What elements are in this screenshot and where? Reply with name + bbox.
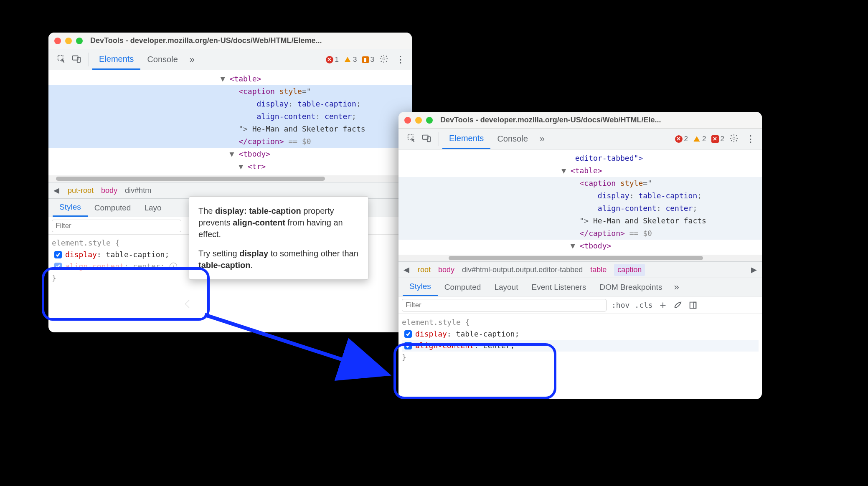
paint-brush-icon[interactable]: [673, 300, 683, 310]
crumb-item[interactable]: body: [438, 266, 454, 274]
devtools-window-right: DevTools - developer.mozilla.org/en-US/d…: [398, 112, 762, 399]
crumb-item[interactable]: div#html-output.output.editor-tabbed: [462, 266, 583, 274]
style-selector: element.style {: [402, 316, 759, 328]
tab-event-listeners[interactable]: Event Listeners: [525, 278, 593, 296]
separator: [439, 132, 439, 146]
inspect-tools: [53, 49, 85, 70]
hov-toggle[interactable]: :hov: [612, 301, 629, 309]
tab-styles[interactable]: Styles: [403, 278, 438, 296]
horizontal-scrollbar[interactable]: [48, 175, 412, 182]
tab-console[interactable]: Console: [140, 49, 184, 70]
warning-icon: [693, 135, 700, 143]
crumb-item[interactable]: table: [590, 266, 607, 274]
tab-console[interactable]: Console: [490, 129, 534, 149]
styles-filter-input[interactable]: [52, 220, 181, 232]
crumb-back-icon[interactable]: ◀: [53, 186, 60, 195]
warning-count[interactable]: 3: [344, 56, 357, 64]
crumb-item[interactable]: div#htm: [125, 186, 151, 195]
svg-rect-8: [690, 302, 696, 308]
checkbox-icon[interactable]: [54, 251, 62, 258]
settings-icon[interactable]: [729, 134, 739, 144]
main-tab-bar: Elements Console » ✕ 1 3 ▮ 3 ⋮: [48, 49, 412, 70]
inspect-tools: [403, 129, 435, 149]
devtools-window-left: DevTools - developer.mozilla.org/en-US/d…: [48, 33, 412, 332]
settings-icon[interactable]: [379, 54, 388, 65]
style-property-display[interactable]: display: table-caption;: [402, 328, 759, 340]
tooltip-text: The display: table-caption property prev…: [198, 205, 359, 240]
style-brace: }: [402, 352, 759, 363]
traffic-lights: [54, 38, 83, 44]
crumb-item[interactable]: body: [101, 186, 117, 195]
tab-elements[interactable]: Elements: [92, 49, 140, 70]
warning-icon: [344, 56, 351, 63]
crumb-forward-icon[interactable]: ▶: [750, 265, 758, 274]
device-toggle-icon[interactable]: [72, 54, 81, 65]
warning-count[interactable]: 2: [693, 135, 706, 143]
tab-computed[interactable]: Computed: [438, 278, 488, 296]
error-icon: ✕: [326, 56, 333, 63]
more-tabs-icon[interactable]: »: [185, 49, 200, 70]
cls-toggle[interactable]: .cls: [635, 301, 652, 309]
window-title: DevTools - developer.mozilla.org/en-US/d…: [440, 116, 661, 124]
tab-dom-breakpoints[interactable]: DOM Breakpoints: [593, 278, 669, 296]
svg-rect-9: [694, 302, 696, 308]
crumb-item-selected[interactable]: caption: [614, 264, 645, 276]
tab-computed[interactable]: Computed: [88, 199, 138, 217]
styles-tab-bar: Styles Computed Layout Event Listeners D…: [398, 278, 762, 296]
separator: [89, 53, 89, 66]
crumb-item[interactable]: put-root: [68, 186, 94, 195]
minimize-icon[interactable]: [65, 38, 72, 44]
titlebar: DevTools - developer.mozilla.org/en-US/d…: [48, 33, 412, 49]
issue-count[interactable]: ▮ 3: [362, 56, 374, 64]
traffic-lights: [404, 117, 433, 124]
tab-styles[interactable]: Styles: [53, 199, 88, 217]
device-toggle-icon[interactable]: [422, 134, 431, 144]
maximize-icon[interactable]: [76, 38, 83, 44]
titlebar: DevTools - developer.mozilla.org/en-US/d…: [398, 112, 762, 129]
tab-layout[interactable]: Layout: [487, 278, 525, 296]
computed-panel-icon[interactable]: [688, 300, 698, 310]
tab-elements[interactable]: Elements: [442, 129, 490, 149]
violation-count[interactable]: ✕ 2: [711, 135, 724, 143]
checkbox-icon[interactable]: [54, 263, 62, 270]
maximize-icon[interactable]: [426, 117, 433, 124]
horizontal-scrollbar[interactable]: [398, 255, 762, 261]
svg-point-3: [383, 58, 385, 60]
close-icon[interactable]: [54, 38, 61, 44]
svg-point-7: [733, 137, 735, 139]
checkbox-icon[interactable]: [404, 330, 412, 338]
flag-icon: ▮: [362, 56, 369, 63]
error-count[interactable]: ✕ 1: [326, 56, 339, 64]
kebab-menu-icon[interactable]: ⋮: [744, 134, 758, 144]
checkbox-icon[interactable]: [404, 342, 412, 349]
main-tab-bar: Elements Console » ✕ 2 2 ✕ 2 ⋮: [398, 129, 762, 149]
window-title: DevTools - developer.mozilla.org/en-US/d…: [90, 36, 322, 45]
dom-tree[interactable]: ▼ <table> <caption style=" display: tabl…: [48, 70, 412, 175]
inspect-element-icon[interactable]: [407, 134, 416, 144]
crumb-item[interactable]: root: [418, 266, 431, 274]
new-style-rule-icon[interactable]: [658, 300, 668, 310]
tooltip-text: Try setting display to something other t…: [198, 248, 359, 271]
inspect-element-icon[interactable]: [57, 54, 66, 65]
error-icon: ✕: [675, 135, 683, 143]
minimize-icon[interactable]: [415, 117, 422, 124]
style-property-align-content[interactable]: align-content: center;: [402, 340, 759, 352]
info-icon[interactable]: i: [170, 263, 177, 270]
css-hint-tooltip: The display: table-caption property prev…: [189, 196, 368, 280]
styles-filter-input[interactable]: [402, 299, 607, 311]
error-square-icon: ✕: [711, 135, 719, 143]
breadcrumb[interactable]: ◀ root body div#html-output.output.edito…: [398, 261, 762, 278]
kebab-menu-icon[interactable]: ⋮: [393, 54, 408, 65]
styles-pane[interactable]: element.style { display: table-caption; …: [398, 314, 762, 367]
error-count[interactable]: ✕ 2: [675, 135, 688, 143]
close-icon[interactable]: [404, 117, 411, 124]
crumb-back-icon[interactable]: ◀: [403, 265, 410, 274]
tab-layout[interactable]: Layo: [137, 199, 168, 217]
more-tabs-icon[interactable]: »: [535, 129, 550, 149]
dom-tree[interactable]: editor-tabbed"> ▼ <table> <caption style…: [398, 149, 762, 255]
styles-filter-bar: :hov .cls: [398, 296, 762, 314]
more-tabs-icon[interactable]: »: [669, 278, 684, 296]
